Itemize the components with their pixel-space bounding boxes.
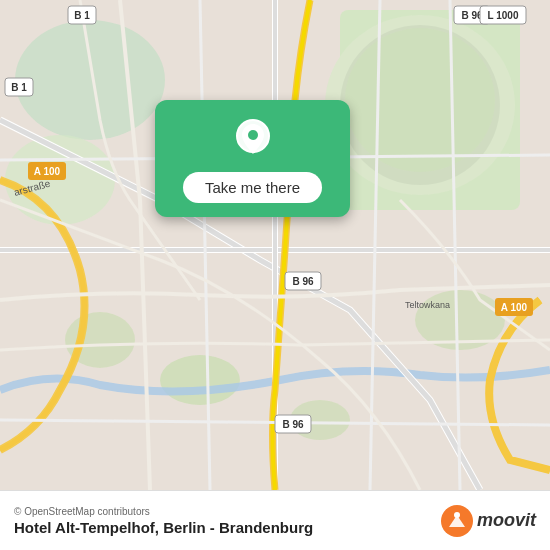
take-me-there-button[interactable]: Take me there	[183, 172, 322, 203]
location-title: Hotel Alt-Tempelhof, Berlin - Brandenbur…	[14, 519, 313, 536]
svg-text:B 96: B 96	[292, 276, 314, 287]
svg-text:Teltowkana: Teltowkana	[405, 300, 450, 310]
moovit-label: moovit	[477, 510, 536, 531]
svg-point-33	[454, 512, 460, 518]
location-card: Take me there	[155, 100, 350, 217]
svg-text:B 1: B 1	[11, 82, 27, 93]
svg-point-7	[160, 355, 240, 405]
map-container: B 1 B 1 B 96 B 96 B 96 A 100 A 100 L 100…	[0, 0, 550, 490]
svg-point-1	[15, 20, 165, 140]
svg-text:B 1: B 1	[74, 10, 90, 21]
map-svg: B 1 B 1 B 96 B 96 B 96 A 100 A 100 L 100…	[0, 0, 550, 490]
svg-text:B 96: B 96	[282, 419, 304, 430]
svg-text:A 100: A 100	[34, 166, 61, 177]
moovit-logo: moovit	[441, 505, 536, 537]
svg-text:A 100: A 100	[501, 302, 528, 313]
location-info: © OpenStreetMap contributors Hotel Alt-T…	[14, 506, 313, 536]
svg-point-6	[345, 28, 495, 172]
moovit-logo-icon	[441, 505, 473, 537]
svg-point-31	[248, 130, 258, 140]
location-pin-icon	[231, 118, 275, 162]
bottom-bar: © OpenStreetMap contributors Hotel Alt-T…	[0, 490, 550, 550]
osm-attribution: © OpenStreetMap contributors	[14, 506, 313, 517]
svg-text:L 1000: L 1000	[488, 10, 519, 21]
